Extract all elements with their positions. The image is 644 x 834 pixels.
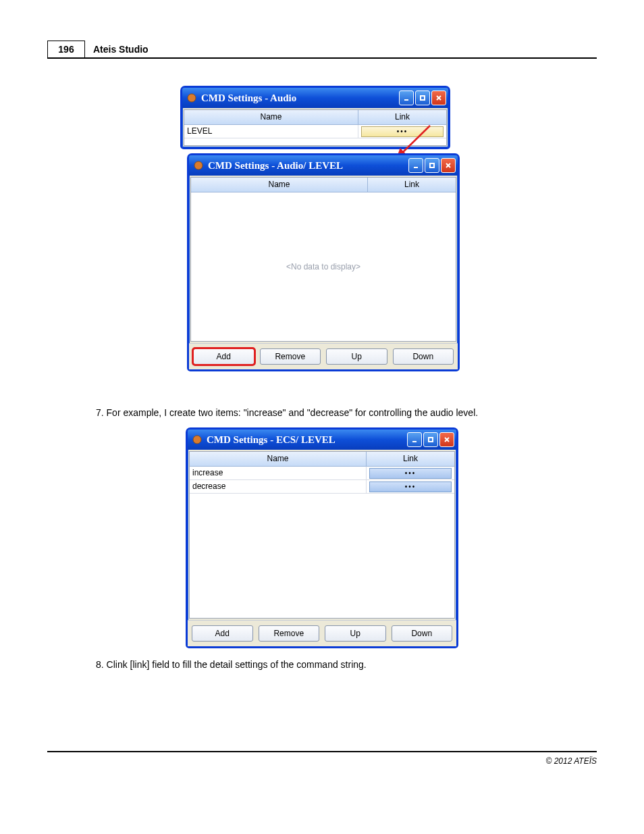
link-button[interactable]: ••• [369, 481, 452, 492]
cell-name[interactable]: decrease [190, 480, 367, 493]
titlebar[interactable]: CMD Settings - Audio/ LEVEL [189, 155, 458, 176]
empty-placeholder: <No data to display> [191, 192, 456, 341]
close-button[interactable] [431, 90, 446, 105]
remove-button[interactable]: Remove [260, 348, 321, 365]
minimize-button[interactable] [407, 432, 422, 447]
svg-point-6 [194, 161, 203, 170]
window-title: CMD Settings - ECS/ LEVEL [207, 434, 407, 446]
col-header-name[interactable]: Name [190, 452, 367, 466]
maximize-button[interactable] [423, 432, 438, 447]
cell-name[interactable]: increase [190, 467, 367, 479]
link-button[interactable]: ••• [361, 126, 444, 137]
page-number: 196 [47, 41, 85, 57]
svg-rect-2 [421, 96, 425, 100]
add-button[interactable]: Add [192, 625, 253, 642]
add-button[interactable]: Add [193, 348, 254, 365]
app-icon [186, 93, 197, 103]
close-button[interactable] [441, 158, 456, 173]
remove-button[interactable]: Remove [259, 625, 320, 642]
minimize-button[interactable] [408, 158, 423, 173]
window-cmd-audio: CMD Settings - Audio Name Link LEVEL ••• [180, 86, 450, 149]
up-button[interactable]: Up [326, 348, 387, 365]
svg-rect-8 [430, 163, 434, 167]
col-header-link[interactable]: Link [358, 110, 446, 124]
svg-point-0 [188, 94, 196, 102]
page-title: Ateis Studio [85, 41, 157, 57]
col-header-link[interactable]: Link [367, 452, 454, 466]
window-title: CMD Settings - Audio/ LEVEL [208, 160, 408, 172]
copyright: © 2012 ATEÏS [47, 752, 597, 766]
table-row[interactable]: LEVEL ••• [184, 125, 446, 138]
cell-name[interactable]: LEVEL [184, 125, 358, 138]
titlebar[interactable]: CMD Settings - ECS/ LEVEL [188, 429, 456, 450]
col-header-link[interactable]: Link [368, 178, 456, 192]
step-8-text: 8. Clink [link] field to fill the detail… [47, 659, 597, 670]
window-title: CMD Settings - Audio [201, 93, 399, 104]
down-button[interactable]: Down [392, 625, 453, 642]
maximize-button[interactable] [415, 90, 430, 105]
link-button[interactable]: ••• [369, 468, 452, 479]
maximize-button[interactable] [425, 158, 439, 173]
col-header-name[interactable]: Name [184, 110, 358, 124]
window-cmd-ecs-level: CMD Settings - ECS/ LEVEL Name Link incr… [186, 427, 458, 648]
table-row[interactable]: decrease ••• [190, 480, 454, 494]
up-button[interactable]: Up [325, 625, 386, 642]
col-header-name[interactable]: Name [191, 178, 368, 192]
window-cmd-audio-level: CMD Settings - Audio/ LEVEL Name Link <N… [187, 153, 460, 371]
table-row[interactable]: increase ••• [190, 467, 454, 480]
svg-point-11 [193, 436, 201, 444]
step-7-text: 7. For example, I create two items: "inc… [47, 407, 597, 418]
down-button[interactable]: Down [393, 348, 454, 365]
close-button[interactable] [439, 432, 454, 447]
titlebar[interactable]: CMD Settings - Audio [182, 88, 448, 108]
svg-rect-13 [429, 438, 433, 442]
minimize-button[interactable] [399, 90, 414, 105]
app-icon [192, 434, 203, 445]
app-icon [193, 160, 204, 171]
